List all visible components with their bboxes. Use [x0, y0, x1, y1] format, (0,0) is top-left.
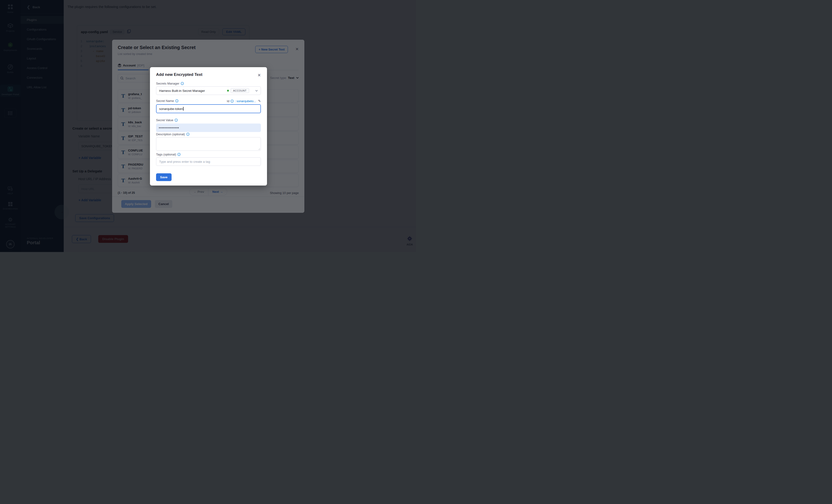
tags-input[interactable]: Type and press enter to create a tag [156, 157, 261, 166]
info-icon[interactable]: i [181, 82, 184, 85]
label-text: Description (optional) [156, 133, 185, 136]
edit-id-icon[interactable]: ✎ [258, 99, 261, 103]
label-text: Secrets Manager [156, 82, 179, 85]
id-value-link[interactable]: : sonarqubeto... [235, 99, 256, 103]
add-encrypted-text-modal: Add new Encrypted Text ✕ Secrets Manager… [150, 67, 267, 186]
info-icon[interactable]: i [178, 153, 181, 156]
secret-name-value: sonarqube-token [159, 107, 183, 111]
svg-text:i: i [182, 82, 183, 85]
save-button[interactable]: Save [156, 173, 172, 181]
secret-id-row: Id i : sonarqubeto... ✎ [227, 99, 261, 103]
tags-placeholder: Type and press enter to create a tag [159, 160, 210, 164]
tags-label: Tags (optional) i [156, 153, 181, 156]
label-text: Tags (optional) [156, 153, 176, 156]
svg-text:i: i [179, 153, 180, 156]
secret-value-label: Secret Value i [156, 118, 178, 122]
close-icon[interactable]: ✕ [258, 73, 261, 78]
svg-text:i: i [232, 100, 232, 102]
info-icon[interactable]: i [175, 119, 178, 122]
info-icon[interactable]: i [231, 100, 234, 103]
info-icon[interactable]: i [175, 99, 178, 103]
scope-badge: ACCOUNT [231, 88, 249, 93]
description-label: Description (optional) i [156, 133, 189, 136]
info-icon[interactable]: i [186, 133, 189, 136]
description-textarea[interactable] [156, 137, 261, 151]
modal-title: Add new Encrypted Text [156, 72, 202, 77]
secrets-manager-select[interactable]: Harness Built-in Secret Manager ACCOUNT [156, 86, 261, 95]
svg-text:i: i [176, 119, 177, 121]
app-window: Home Projects ∞ Deployments Builds Devel… [0, 0, 416, 252]
secret-value-input[interactable]: •••••••••••••• [156, 123, 261, 132]
label-text: Secret Value [156, 118, 173, 122]
chevron-down-icon [255, 90, 258, 92]
label-text: Secret Name [156, 99, 174, 103]
text-caret [183, 107, 184, 111]
secret-name-input[interactable]: sonarqube-token [156, 104, 261, 113]
secrets-manager-label: Secrets Manager i [156, 82, 184, 85]
resize-grip[interactable] [258, 148, 260, 150]
secret-name-label: Secret Name i [156, 99, 178, 103]
secrets-manager-value: Harness Built-in Secret Manager [159, 89, 227, 92]
id-label: Id [227, 99, 229, 103]
svg-text:i: i [187, 133, 188, 135]
svg-text:i: i [177, 100, 177, 102]
status-dot [227, 90, 229, 92]
